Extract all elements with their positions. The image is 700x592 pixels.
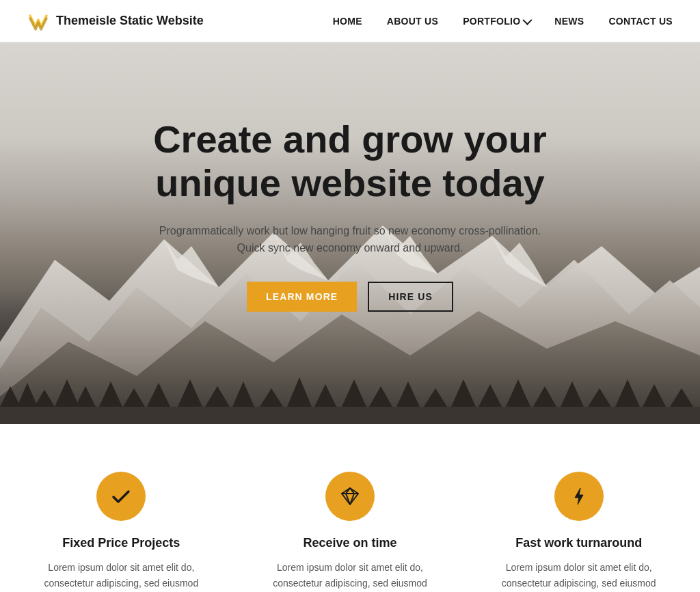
feature-title-1: Receive on time [303,536,396,550]
feature-receive-on-time: Receive on time Lorem ipsum dolor sit am… [256,472,444,592]
nav-portfolio[interactable]: PORTFOLIO [463,16,530,27]
feature-fast-turnaround: Fast work turnaround Lorem ipsum dolor s… [485,472,673,592]
features-section: Fixed Price Projects Lorem ipsum dolor s… [0,424,700,592]
feature-icon-bolt [554,472,604,521]
logo[interactable]: Themeisle Static Website [27,10,204,32]
check-icon [110,485,132,507]
hero-section: Create and grow your unique website toda… [0,42,700,424]
logo-text: Themeisle Static Website [56,14,204,28]
feature-fixed-price: Fixed Price Projects Lorem ipsum dolor s… [27,472,215,592]
svg-marker-35 [342,488,358,504]
nav-news[interactable]: NEWS [554,16,584,27]
nav-home[interactable]: HOME [333,16,362,27]
main-nav: HOME ABOUT US PORTFOLIO NEWS CONTACT US [333,16,673,27]
feature-desc-0: Lorem ipsum dolor sit amet elit do, cons… [27,560,215,592]
feature-desc-1: Lorem ipsum dolor sit amet elit do, cons… [256,560,444,592]
diamond-icon [339,485,361,507]
hire-us-button[interactable]: HIRE US [368,282,453,312]
chevron-down-icon [523,15,533,25]
feature-desc-2: Lorem ipsum dolor sit amet elit do, cons… [485,560,673,592]
feature-icon-check [96,472,146,521]
svg-rect-7 [0,407,700,424]
feature-title-2: Fast work turnaround [515,536,642,550]
learn-more-button[interactable]: LEARN MORE [247,282,357,312]
header: Themeisle Static Website HOME ABOUT US P… [0,0,700,42]
hero-subtitle: Programmatically work but low hanging fr… [152,222,548,257]
feature-icon-diamond [325,472,375,521]
hero-title: Create and grow your unique website toda… [111,118,589,206]
nav-contact[interactable]: CONTACT US [608,16,673,27]
feature-title-0: Fixed Price Projects [62,536,180,550]
logo-icon [27,10,49,32]
nav-about[interactable]: ABOUT US [387,16,438,27]
bolt-icon [568,485,590,507]
hero-buttons: LEARN MORE HIRE US [247,282,453,312]
hero-content: Create and grow your unique website toda… [111,42,589,312]
